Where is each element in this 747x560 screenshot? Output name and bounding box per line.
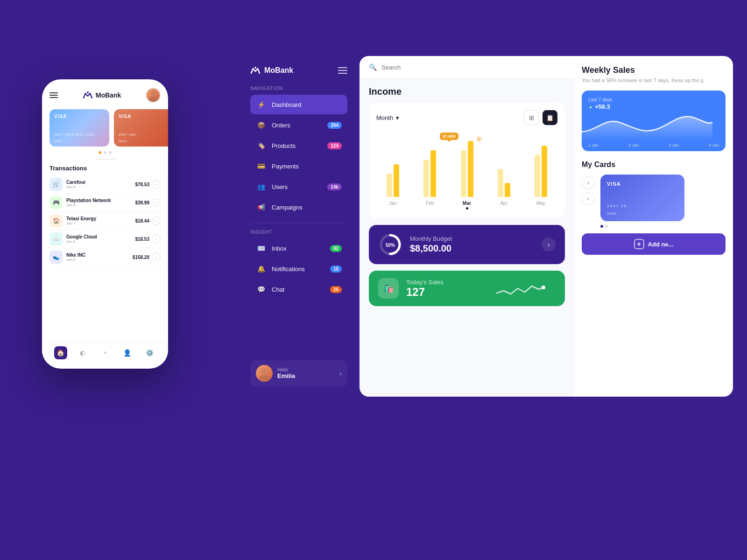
budget-info: Monthly Budget $8,500.00 — [410, 235, 534, 254]
chart-bars — [376, 132, 557, 197]
monthly-budget-card[interactable]: 50% Monthly Budget $8,500.00 › — [369, 225, 565, 264]
income-title: Income — [369, 86, 565, 97]
search-input[interactable] — [381, 64, 565, 71]
google-icon: ☁️ — [49, 232, 63, 245]
svg-text:50%: 50% — [386, 243, 395, 248]
inbox-icon: ✉️ — [256, 243, 266, 253]
weekly-sales-title: Weekly Sales — [582, 65, 726, 75]
nav-profile-icon[interactable]: 👤 — [121, 346, 134, 359]
sidebar-hamburger-icon[interactable] — [338, 67, 347, 74]
users-badge: 14k — [327, 183, 342, 190]
my-card-display: VISA 2847 28... 04/24 — [600, 175, 684, 228]
sales-bag-icon: 🛍️ — [378, 278, 399, 299]
sidebar-item-notifications[interactable]: 🔔 Notifications 15 — [250, 259, 347, 279]
card-ind-1 — [600, 225, 603, 228]
weekly-period-label: Last 7 days — [588, 97, 719, 102]
label-apr: Apr — [487, 201, 521, 210]
nav-settings-icon[interactable]: ⚙️ — [143, 346, 156, 359]
budget-progress-ring: 50% — [378, 232, 402, 257]
payments-icon: 💳 — [256, 161, 266, 171]
notifications-icon: 🔔 — [256, 264, 266, 274]
dot-3 — [109, 151, 112, 154]
label-jan: Jan — [376, 201, 409, 210]
tx-arrow-4[interactable]: › — [152, 235, 161, 243]
my-card[interactable]: VISA 2847 28... 04/24 — [600, 175, 684, 221]
sidebar-item-users[interactable]: 👥 Users 14k — [250, 177, 347, 196]
sales-sparkline — [485, 279, 556, 298]
sidebar-user-info: Hello Emilia — [277, 367, 339, 379]
transaction-list: 🛒 Carefour Jan 8 $78.53 › 🎮 Playstation … — [49, 175, 161, 266]
month-selector[interactable]: Month ▾ — [376, 114, 399, 121]
income-actions: ⊞ 📋 — [524, 110, 557, 125]
carousel-indicator — [49, 151, 161, 154]
products-badge: 124 — [327, 142, 342, 149]
my-cards-title: My Cards — [582, 161, 726, 169]
sidebar-item-campaigns[interactable]: 📢 Campaigns — [250, 197, 347, 217]
sidebar-avatar — [256, 365, 273, 382]
orders-icon: 📦 — [256, 120, 266, 130]
bar-mar — [450, 136, 483, 197]
chart-labels: Jan Feb Mar Apr May — [376, 201, 557, 210]
visa-label-1: VISA — [54, 114, 105, 119]
phone-bottom-nav: 🏠 ◐ ＋ 👤 ⚙️ — [42, 342, 168, 363]
export-icon-btn[interactable]: 📋 — [543, 110, 557, 125]
phone-mockup: MoBank VISA ··· 2847 2849 8901 9284 04/2… — [42, 79, 168, 369]
mobank-logo-icon — [83, 91, 93, 99]
dashboard-content: Income Month ▾ ⊞ 📋 $7,500 — [359, 79, 574, 397]
label-may: May — [524, 201, 557, 210]
add-card-button[interactable]: + Add ne... — [582, 233, 726, 255]
card-options-icon[interactable]: ··· — [100, 114, 106, 121]
card-blue[interactable]: VISA ··· 2847 2849 8901 9284 04/24 — [49, 109, 109, 147]
budget-arrow-icon[interactable]: › — [542, 238, 556, 252]
table-row[interactable]: 🏠 Telasi Energy Jan 7 $18.44 › — [49, 212, 161, 230]
right-panel: Weekly Sales You had a 58% increase in l… — [574, 56, 733, 397]
sidebar-item-payments[interactable]: 💳 Payments — [250, 156, 347, 176]
dot-1 — [99, 151, 101, 154]
tx-arrow-3[interactable]: › — [152, 217, 161, 225]
tx-arrow-1[interactable]: › — [152, 180, 161, 189]
nav-add-icon[interactable]: ＋ — [99, 346, 112, 359]
table-row[interactable]: ☁️ Google Cloud Jan 6 $18.53 › — [49, 230, 161, 248]
tx-arrow-2[interactable]: › — [152, 198, 161, 207]
card-orange[interactable]: VISA 2847 284... 04/24 — [114, 109, 168, 147]
card-nav-prev-btn[interactable]: ‹ — [582, 192, 595, 205]
sidebar-item-products[interactable]: 🏷️ Products 124 — [250, 136, 347, 155]
telasi-icon: 🏠 — [49, 214, 63, 227]
sidebar-user-arrow-icon[interactable]: › — [339, 370, 342, 377]
my-card-expiry: 04/24 — [607, 211, 616, 216]
sidebar-divider — [250, 223, 347, 223]
phone-frame: MoBank VISA ··· 2847 2849 8901 9284 04/2… — [42, 79, 168, 369]
nav-home-icon[interactable]: 🏠 — [54, 346, 67, 359]
sidebar-user-profile[interactable]: Hello Emilia › — [250, 360, 347, 386]
card-indicators — [600, 225, 684, 228]
sales-info: Today's Sales 127 — [406, 279, 477, 299]
card-ind-2 — [605, 225, 608, 228]
table-row[interactable]: 🛒 Carefour Jan 8 $78.53 › — [49, 175, 161, 194]
my-card-visa-label: VISA — [607, 181, 678, 187]
tx-arrow-5[interactable]: › — [152, 253, 161, 261]
sidebar-item-dashboard[interactable]: ⚡ Dashboard — [250, 95, 347, 114]
search-bar: 🔍 — [359, 56, 574, 79]
avatar[interactable] — [146, 88, 161, 103]
card-expiry-1: 04/24 — [54, 140, 63, 143]
dashboard-icon: ⚡ — [256, 99, 266, 110]
table-row[interactable]: 🎮 Playstation Network Jan 8 $39.99 › — [49, 194, 161, 212]
filter-icon-btn[interactable]: ⊞ — [524, 110, 539, 125]
label-mar: Mar — [450, 201, 483, 210]
transactions-title: Transactions — [49, 165, 161, 172]
chevron-down-icon: ▾ — [396, 114, 399, 121]
visa-label-2: VISA — [119, 114, 168, 119]
card-nav-next-btn[interactable]: › — [582, 176, 595, 189]
table-row[interactable]: 👟 Nike INC Jan 8 $158.20 › — [49, 248, 161, 266]
svg-point-4 — [261, 368, 268, 375]
card-expiry-2: 04/24 — [119, 140, 127, 143]
sidebar-item-orders[interactable]: 📦 Orders 294 — [250, 115, 347, 135]
nav-moon-icon[interactable]: ◐ — [76, 346, 89, 359]
sidebar-item-chat[interactable]: 💬 Chat 26 — [250, 280, 347, 299]
hamburger-menu-icon[interactable] — [49, 92, 58, 98]
cards-carousel[interactable]: VISA ··· 2847 2849 8901 9284 04/24 VISA … — [49, 109, 161, 147]
users-icon: 👥 — [256, 182, 266, 192]
sidebar-item-inbox[interactable]: ✉️ Inbox 82 — [250, 238, 347, 258]
svg-point-3 — [254, 67, 256, 69]
add-card-plus-icon: + — [634, 239, 644, 249]
